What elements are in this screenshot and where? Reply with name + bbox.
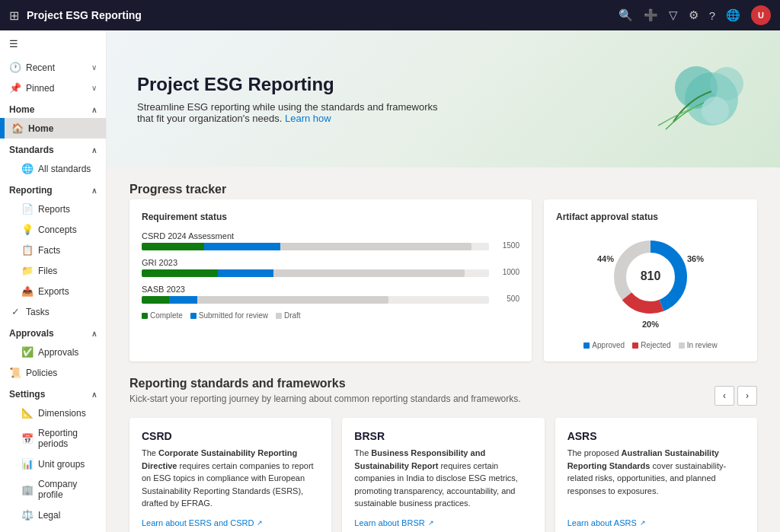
filter-icon[interactable]: ▽	[669, 8, 678, 22]
sidebar-group-home[interactable]: Home ∧	[0, 98, 106, 118]
sidebar-group-standards[interactable]: Standards ∧	[0, 139, 106, 158]
hero-learn-link[interactable]: Learn how	[285, 113, 331, 124]
group-label-settings: Settings	[9, 389, 45, 400]
help-icon[interactable]: ?	[709, 9, 715, 22]
hamburger-button[interactable]: ☰	[0, 30, 106, 57]
prev-arrow[interactable]: ‹	[714, 386, 734, 406]
legend-dot-approved	[583, 342, 590, 349]
sidebar-label-concepts: Concepts	[38, 225, 77, 235]
grid-icon[interactable]: ⊞	[9, 8, 19, 23]
std-card-link-csrd[interactable]: Learn about ESRS and CSRD ↗	[142, 518, 319, 527]
sidebar-item-facts[interactable]: 📋 Facts	[0, 240, 106, 260]
globe-icon[interactable]: 🌐	[726, 8, 740, 22]
pin-icon: 📌	[9, 82, 21, 94]
sidebar-label-pinned: Pinned	[26, 83, 54, 94]
pct-label-in-review: 36%	[687, 254, 704, 263]
sidebar-item-concepts[interactable]: 💡 Concepts	[0, 219, 106, 240]
legend-rejected: Rejected	[632, 341, 670, 349]
std-card-link-asrs[interactable]: Learn about ASRS ↗	[567, 518, 745, 527]
bar-row-csrd: CSRD 2024 Assessment 1500	[142, 231, 519, 250]
requirement-status-card: Requirement status CSRD 2024 Assessment	[129, 199, 532, 362]
group-label-home: Home	[9, 104, 34, 115]
sidebar-item-tasks[interactable]: ✓ Tasks	[0, 301, 106, 322]
progress-tracker-title: Progress tracker	[129, 183, 757, 196]
legend-label-in-review: In review	[687, 341, 718, 349]
bar-submitted-gri	[218, 269, 273, 277]
sidebar: ☰ 🕐 Recent ∨ 📌 Pinned ∨ Home ∧ 🏠 Home St…	[0, 30, 107, 532]
hero-svg	[612, 53, 750, 145]
std-card-link-brsr[interactable]: Learn about BRSR ↗	[354, 518, 532, 527]
bar-count-gri: 1000	[503, 268, 519, 276]
bar-row-sasb: SASB 2023 500	[142, 285, 519, 304]
legend-dot-complete	[142, 313, 148, 319]
chevron-icon: ∧	[91, 186, 97, 195]
sidebar-label-reports: Reports	[38, 204, 70, 215]
donut-legend: Approved Rejected In review	[583, 341, 717, 349]
sidebar-label-company-profile: Company profile	[38, 479, 97, 500]
external-link-icon: ↗	[640, 519, 646, 527]
sidebar-label-all-standards: All standards	[38, 164, 91, 174]
sidebar-item-unit-groups[interactable]: 📊 Unit groups	[0, 454, 106, 474]
search-icon[interactable]: 🔍	[619, 8, 633, 22]
std-card-asrs: ASRS The proposed Australian Sustainabil…	[555, 418, 757, 532]
sidebar-item-policies[interactable]: 📜 Policies	[0, 362, 106, 383]
external-link-icon: ↗	[428, 519, 434, 527]
settings-icon[interactable]: ⚙	[689, 8, 698, 22]
sidebar-item-files[interactable]: 📁 Files	[0, 260, 106, 281]
chevron-icon: ∧	[91, 146, 97, 155]
legend-label-rejected: Rejected	[641, 341, 670, 349]
sidebar-label-reporting-periods: Reporting periods	[38, 428, 97, 449]
legal-icon: ⚖️	[21, 509, 34, 521]
add-icon[interactable]: ➕	[644, 8, 658, 22]
sidebar-label-tasks: Tasks	[26, 307, 50, 317]
tasks-icon: ✓	[9, 306, 21, 317]
artifact-approval-card: Artifact approval status 44% 36% 20%	[544, 199, 757, 362]
svg-point-3	[702, 97, 729, 124]
sidebar-item-all-standards[interactable]: 🌐 All standards	[0, 158, 106, 179]
bar-complete-sasb	[142, 296, 169, 304]
exports-icon: 📤	[21, 285, 34, 297]
bar-draft-sasb	[197, 296, 388, 304]
sidebar-group-reporting[interactable]: Reporting ∧	[0, 179, 106, 199]
legend-dot-submitted	[190, 313, 197, 319]
app-title: Project ESG Reporting	[27, 9, 611, 21]
reporting-standards-section: Reporting standards and frameworks Kick-…	[129, 377, 757, 532]
sidebar-item-company-profile[interactable]: 🏢 Company profile	[0, 474, 106, 505]
sidebar-item-recent[interactable]: 🕐 Recent ∨	[0, 57, 106, 78]
bar-draft-csrd	[280, 243, 472, 250]
legend-complete: Complete	[142, 311, 183, 320]
donut-container: 44% 36% 20% 810	[556, 231, 745, 349]
chevron-icon: ∧	[91, 106, 97, 114]
progress-cards: Requirement status CSRD 2024 Assessment	[129, 199, 757, 362]
bar-complete-csrd	[142, 243, 204, 250]
avatar[interactable]: U	[751, 5, 771, 25]
sidebar-item-pinned[interactable]: 📌 Pinned ∨	[0, 78, 106, 98]
chevron-icon: ∨	[91, 63, 97, 72]
sidebar-item-approvals[interactable]: ✅ Approvals	[0, 342, 106, 362]
policies-icon: 📜	[9, 367, 21, 378]
sidebar-label-legal: Legal	[38, 510, 60, 521]
sidebar-item-reporting-periods[interactable]: 📅 Reporting periods	[0, 423, 106, 454]
legend-dot-in-review	[679, 342, 685, 349]
sidebar-item-reports[interactable]: 📄 Reports	[0, 199, 106, 219]
nav-arrows: ‹ ›	[714, 386, 757, 406]
sidebar-item-home[interactable]: 🏠 Home	[0, 118, 106, 139]
sidebar-group-settings[interactable]: Settings ∧	[0, 383, 106, 403]
sidebar-label-policies: Policies	[26, 368, 57, 378]
sidebar-label-exports: Exports	[38, 286, 69, 297]
sidebar-group-approvals[interactable]: Approvals ∧	[0, 322, 106, 342]
bar-label-gri: GRI 2023	[142, 258, 519, 267]
dimensions-icon: 📐	[21, 407, 34, 419]
hero-title: Project ESG Reporting	[137, 74, 442, 95]
sidebar-item-exports[interactable]: 📤 Exports	[0, 281, 106, 301]
legend-dot-rejected	[632, 342, 638, 349]
sidebar-item-dimensions[interactable]: 📐 Dimensions	[0, 403, 106, 423]
standards-header: Reporting standards and frameworks Kick-…	[129, 377, 757, 415]
sidebar-label-recent: Recent	[26, 62, 55, 73]
facts-icon: 📋	[21, 244, 34, 256]
sidebar-item-legal[interactable]: ⚖️ Legal	[0, 505, 106, 525]
standards-header-text: Reporting standards and frameworks Kick-…	[129, 377, 521, 415]
bar-complete-gri	[142, 269, 218, 277]
legend-submitted: Submitted for review	[190, 311, 268, 320]
next-arrow[interactable]: ›	[737, 386, 757, 406]
